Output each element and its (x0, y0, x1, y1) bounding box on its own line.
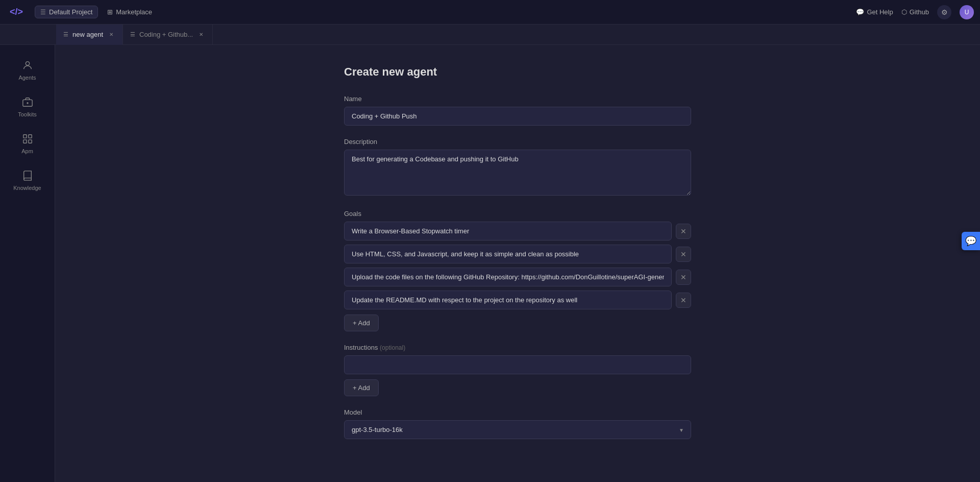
goals-label: Goals (344, 210, 691, 218)
topbar-right: 💬 Get Help ⬡ Github ⚙ U (856, 5, 974, 19)
sidebar-item-agents[interactable]: Agents (7, 53, 48, 86)
goal-remove-button[interactable]: ✕ (676, 270, 691, 285)
instruction-item (344, 355, 691, 374)
goal-input[interactable] (344, 245, 672, 263)
tab-close-new-agent[interactable]: ✕ (107, 31, 115, 39)
toolkits-icon (20, 95, 35, 109)
discord-icon: 💬 (856, 8, 864, 16)
goal-item: ✕ (344, 245, 691, 263)
agents-icon (20, 58, 35, 73)
sidebar-item-knowledge[interactable]: Knowledge (7, 163, 48, 196)
chat-float-icon: 💬 (965, 235, 976, 247)
goal-remove-button[interactable]: ✕ (676, 247, 691, 262)
goal-input[interactable] (344, 291, 672, 309)
toolkits-label: Toolkits (18, 111, 37, 117)
apm-label: Apm (21, 148, 33, 154)
tab-close-coding-github[interactable]: ✕ (197, 31, 205, 39)
sidebar-item-apm[interactable]: Apm (7, 127, 48, 159)
model-select[interactable]: gpt-3.5-turbo-16kgpt-4gpt-4-turbo (344, 420, 691, 439)
get-help-button[interactable]: 💬 Get Help (856, 8, 893, 16)
marketplace-button[interactable]: ⊞ Marketplace (102, 6, 157, 18)
tab-coding-github[interactable]: ☰ Coding + Github... ✕ (123, 25, 213, 45)
topbar: </> ☰ Default Project ⊞ Marketplace 💬 Ge… (0, 0, 980, 25)
svg-rect-5 (28, 135, 31, 138)
knowledge-icon (20, 168, 35, 183)
sidebar: Agents Toolkits (0, 45, 55, 482)
goal-item: ✕ (344, 222, 691, 240)
name-input[interactable] (344, 107, 691, 126)
goals-group: Goals ✕✕✕✕ + Add (344, 210, 691, 331)
project-selector[interactable]: ☰ Default Project (35, 6, 98, 18)
tabbar: ☰ new agent ✕ ☰ Coding + Github... ✕ (0, 25, 980, 45)
goal-remove-button[interactable]: ✕ (676, 293, 691, 308)
page-title: Create new agent (344, 65, 691, 79)
settings-icon: ⚙ (941, 8, 948, 16)
name-group: Name (344, 95, 691, 126)
marketplace-icon: ⊞ (107, 8, 113, 16)
goal-input[interactable] (344, 268, 672, 286)
github-label: Github (910, 8, 929, 16)
svg-rect-7 (28, 140, 31, 143)
add-instruction-button[interactable]: + Add (344, 379, 379, 396)
logo-icon: </> (6, 3, 27, 21)
avatar[interactable]: U (960, 5, 974, 19)
apm-icon (20, 132, 35, 146)
agents-label: Agents (18, 75, 36, 81)
instruction-input[interactable] (344, 355, 691, 374)
add-goal-button[interactable]: + Add (344, 315, 379, 331)
get-help-label: Get Help (867, 8, 893, 16)
chat-float-button[interactable]: 💬 (962, 232, 980, 250)
tab-icon-coding-github: ☰ (130, 31, 135, 38)
github-icon: ⬡ (901, 8, 907, 16)
goal-item: ✕ (344, 291, 691, 309)
project-icon: ☰ (40, 9, 46, 16)
tab-label-new-agent: new agent (72, 31, 103, 38)
goal-remove-button[interactable]: ✕ (676, 224, 691, 239)
model-label: Model (344, 408, 691, 416)
tab-icon-new-agent: ☰ (63, 31, 68, 38)
instructions-group: Instructions (optional) + Add (344, 344, 691, 396)
name-label: Name (344, 95, 691, 103)
instructions-list (344, 355, 691, 374)
settings-button[interactable]: ⚙ (937, 5, 951, 19)
svg-rect-4 (23, 135, 26, 138)
svg-rect-6 (23, 140, 26, 143)
project-name: Default Project (49, 8, 92, 16)
sidebar-item-toolkits[interactable]: Toolkits (7, 90, 48, 123)
instructions-label: Instructions (optional) (344, 344, 691, 351)
github-button[interactable]: ⬡ Github (901, 8, 929, 16)
description-label: Description (344, 138, 691, 146)
model-select-wrapper: gpt-3.5-turbo-16kgpt-4gpt-4-turbo (344, 420, 691, 439)
goal-item: ✕ (344, 268, 691, 286)
model-group: Model gpt-3.5-turbo-16kgpt-4gpt-4-turbo (344, 408, 691, 439)
tab-label-coding-github: Coding + Github... (139, 31, 193, 38)
content-area: Create new agent Name Description Best f… (55, 45, 980, 482)
main-layout: Agents Toolkits (0, 45, 980, 482)
form-container: Create new agent Name Description Best f… (334, 45, 701, 482)
description-input[interactable]: Best for generating a Codebase and pushi… (344, 150, 691, 196)
knowledge-label: Knowledge (13, 185, 41, 191)
svg-point-0 (26, 62, 29, 65)
goals-list: ✕✕✕✕ (344, 222, 691, 309)
description-group: Description Best for generating a Codeba… (344, 138, 691, 198)
marketplace-label: Marketplace (116, 8, 152, 16)
goal-input[interactable] (344, 222, 672, 240)
tab-new-agent[interactable]: ☰ new agent ✕ (56, 25, 123, 45)
